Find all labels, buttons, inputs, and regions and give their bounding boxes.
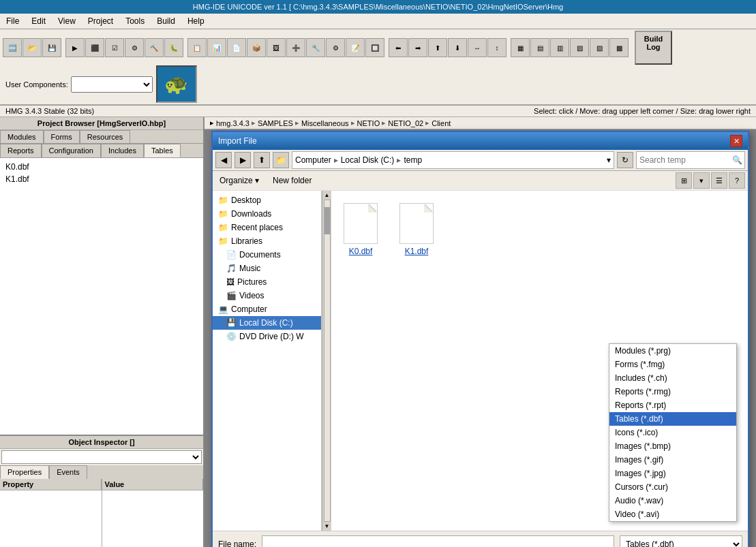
dropdown-item-images----jpg-[interactable]: Images (*.jpg) [609, 467, 736, 480]
tb-module[interactable]: 📦 [247, 38, 266, 57]
tab-modules[interactable]: Modules [0, 130, 44, 143]
nav-back-button[interactable]: ◀ [215, 152, 232, 168]
nav-item-local-disk--c--[interactable]: 💾Local Disk (C:) [213, 316, 321, 330]
tb-compile[interactable]: ⚙ [125, 38, 144, 57]
tb-grid3[interactable]: ▥ [550, 38, 569, 57]
oi-tab-properties[interactable]: Properties [0, 465, 49, 479]
tab-tables[interactable]: Tables [144, 144, 181, 157]
tb-report[interactable]: 📄 [227, 38, 246, 57]
help-button[interactable]: ? [729, 172, 745, 189]
tb-debug[interactable]: 🐛 [164, 38, 183, 57]
dropdown-item-modules----prg-[interactable]: Modules (*.prg) [609, 344, 736, 358]
refresh-button[interactable]: ↻ [617, 152, 633, 168]
tb-grid5[interactable]: ▨ [590, 38, 609, 57]
menu-build[interactable]: Build [153, 15, 179, 27]
tb-align6[interactable]: ↕ [487, 38, 506, 57]
scroll-thumb[interactable] [324, 207, 330, 234]
tb-icon[interactable]: 🖼 [267, 38, 286, 57]
path-seg-temp[interactable]: temp [404, 155, 422, 165]
search-input[interactable] [636, 151, 745, 169]
tb-grid6[interactable]: ▩ [609, 38, 629, 57]
breadcrumb-item-4[interactable]: NETIO_02 [388, 119, 423, 127]
menu-project[interactable]: Project [85, 15, 117, 27]
tb-align2[interactable]: ➡ [408, 38, 427, 57]
nav-item-dvd-drive--d---w[interactable]: 💿DVD Drive (D:) W [213, 330, 321, 343]
nav-item-computer[interactable]: 💻Computer [213, 302, 321, 316]
dropdown-item-video----avi-[interactable]: Video (*.avi) [609, 507, 736, 521]
dropdown-item-reports----rpt-[interactable]: Reports (*.rpt) [609, 398, 736, 412]
tb-grid1[interactable]: ▦ [511, 38, 530, 57]
file-type-dropdown[interactable]: Modules (*.prg)Forms (*.fmg)Includes (*.… [620, 535, 742, 547]
breadcrumb-item-3[interactable]: NETIO [357, 119, 380, 127]
menu-view[interactable]: View [55, 15, 79, 27]
dropdown-item-images----gif-[interactable]: Images (*.gif) [609, 453, 736, 467]
nav-item-libraries[interactable]: 📁Libraries [213, 234, 321, 248]
nav-tree-scrollbar[interactable]: ▲ ▼ [322, 191, 331, 531]
view-icon-button[interactable]: ⊞ [676, 172, 692, 189]
dropdown-item-includes----ch-[interactable]: Includes (*.ch) [609, 371, 736, 385]
tb-table[interactable]: 📊 [207, 38, 226, 57]
path-dropdown-arrow[interactable]: ▾ [607, 155, 611, 165]
dropdown-item-images----bmp-[interactable]: Images (*.bmp) [609, 439, 736, 453]
tb-align1[interactable]: ⬅ [389, 38, 408, 57]
tb-props[interactable]: 📝 [346, 38, 365, 57]
tb-build[interactable]: 🔨 [145, 38, 164, 57]
scroll-up-arrow[interactable]: ▲ [324, 192, 330, 198]
tab-includes[interactable]: Includes [101, 144, 144, 157]
nav-item-desktop[interactable]: 📁Desktop [213, 193, 321, 207]
dropdown-item-cursors----cur-[interactable]: Cursors (*.cur) [609, 480, 736, 494]
oi-dropdown[interactable] [1, 450, 202, 464]
menu-edit[interactable]: Edit [28, 15, 49, 27]
tb-align5[interactable]: ↔ [468, 38, 487, 57]
tb-align4[interactable]: ⬇ [448, 38, 467, 57]
dropdown-item-tables----dbf-[interactable]: Tables (*.dbf) [609, 412, 736, 426]
file-item-k1[interactable]: K1.dbf [395, 199, 438, 260]
path-seg-computer[interactable]: Computer [295, 155, 331, 165]
tab-resources[interactable]: Resources [80, 130, 131, 143]
dropdown-item-icons----ico-[interactable]: Icons (*.ico) [609, 426, 736, 439]
menu-tools[interactable]: Tools [122, 15, 148, 27]
nav-forward-button[interactable]: ▶ [235, 152, 251, 168]
nav-item-recent-places[interactable]: 📁Recent places [213, 221, 321, 234]
tb-grid2[interactable]: ▤ [530, 38, 549, 57]
nav-item-videos[interactable]: 🎬Videos [213, 289, 321, 302]
file-name-input[interactable] [262, 535, 614, 547]
new-folder-button[interactable]: New folder [269, 174, 316, 187]
tb-grid4[interactable]: ▧ [570, 38, 589, 57]
nav-item-documents[interactable]: 📄Documents [213, 248, 321, 262]
file-item-k0[interactable]: K0.dbf [339, 199, 382, 260]
tb-settings[interactable]: ⚙ [326, 38, 345, 57]
nav-up-button[interactable]: ⬆ [254, 152, 270, 168]
tb-open[interactable]: 📂 [22, 38, 42, 57]
scroll-track[interactable] [324, 200, 331, 522]
organize-button[interactable]: Organize ▾ [215, 174, 263, 187]
tree-item-k0[interactable]: K0.dbf [3, 161, 200, 173]
tab-reports[interactable]: Reports [0, 144, 42, 157]
breadcrumb-item-5[interactable]: Client [432, 119, 451, 127]
tb-cursor[interactable]: ➕ [286, 38, 305, 57]
tb-run[interactable]: ▶ [65, 38, 85, 57]
nav-item-pictures[interactable]: 🖼Pictures [213, 275, 321, 289]
dropdown-item-audio----wav-[interactable]: Audio (*.wav) [609, 494, 736, 507]
tb-component[interactable]: 🔧 [306, 38, 325, 57]
menu-file[interactable]: File [3, 15, 22, 27]
tb-align3[interactable]: ⬆ [428, 38, 447, 57]
tb-form[interactable]: 📋 [187, 38, 207, 57]
tab-configuration[interactable]: Configuration [42, 144, 101, 157]
tb-check[interactable]: ☑ [105, 38, 124, 57]
view-list-button[interactable]: ▾ [693, 172, 710, 189]
view-detail-button[interactable]: ☰ [711, 172, 727, 189]
tb-extra1[interactable]: 🔲 [365, 38, 384, 57]
dropdown-item-reports----rmg-[interactable]: Reports (*.rmg) [609, 385, 736, 398]
tb-save[interactable]: 💾 [42, 38, 61, 57]
scroll-down-arrow[interactable]: ▼ [324, 523, 330, 529]
tb-stop[interactable]: ⬛ [85, 38, 104, 57]
build-log-button[interactable]: BuildLog [635, 31, 672, 65]
tree-item-k1[interactable]: K1.dbf [3, 173, 200, 185]
breadcrumb-item-2[interactable]: Miscellaneous [301, 119, 349, 127]
nav-item-music[interactable]: 🎵Music [213, 262, 321, 275]
menu-help[interactable]: Help [184, 15, 208, 27]
breadcrumb-item-0[interactable]: hmg.3.4.3 [216, 119, 250, 127]
dialog-close-button[interactable]: ✕ [730, 135, 742, 147]
path-seg-disk[interactable]: Local Disk (C:) [341, 155, 395, 165]
